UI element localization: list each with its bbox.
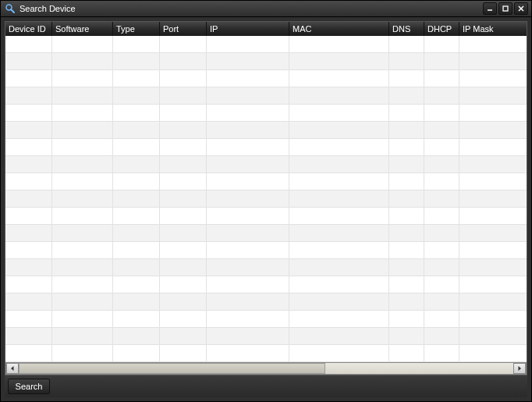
table-cell [160,293,207,311]
table-row[interactable] [5,173,527,190]
table-cell [5,70,52,87]
maximize-button[interactable] [498,2,512,15]
table-cell [5,208,52,225]
table-cell [424,311,459,328]
table-cell [289,156,389,173]
table-cell [5,156,52,173]
table-cell [52,311,113,328]
table-cell [52,276,113,293]
table-cell [459,156,527,173]
table-cell [5,53,52,70]
table-cell [160,225,207,242]
table-cell [207,190,289,208]
table-cell [207,259,289,276]
table-cell [389,53,424,70]
table-row[interactable] [5,70,527,87]
table-cell [160,53,207,70]
table-cell [459,173,527,190]
column-header-type[interactable]: Type [113,22,160,36]
table-cell [424,242,459,259]
table-cell [52,259,113,276]
column-header-dns[interactable]: DNS [389,22,424,36]
table-cell [52,225,113,242]
horizontal-scrollbar[interactable] [5,362,527,375]
table-cell [52,36,113,53]
table-row[interactable] [5,225,527,242]
table-cell [424,122,459,139]
table-row[interactable] [5,87,527,105]
table-cell [113,311,160,328]
table-cell [160,70,207,87]
table-row[interactable] [5,345,527,362]
table-cell [289,70,389,87]
table-cell [424,208,459,225]
table-row[interactable] [5,139,527,156]
table-cell [113,190,160,208]
scroll-right-button[interactable] [513,363,526,374]
table-row[interactable] [5,53,527,70]
table-cell [113,70,160,87]
column-header-ip-mask[interactable]: IP Mask [459,22,527,36]
column-header-device-id[interactable]: Device ID [5,22,52,36]
table-row[interactable] [5,36,527,53]
table-cell [389,208,424,225]
scroll-left-button[interactable] [6,363,19,374]
column-header-dhcp[interactable]: DHCP [424,22,459,36]
search-app-icon [4,2,16,15]
table-cell [424,139,459,156]
table-cell [389,242,424,259]
table-cell [389,345,424,362]
table-cell [424,36,459,53]
table-cell [459,36,527,53]
table-row[interactable] [5,156,527,173]
table-row[interactable] [5,293,527,311]
table-row[interactable] [5,105,527,122]
table-row[interactable] [5,276,527,293]
table-cell [113,139,160,156]
minimize-button[interactable] [483,2,497,15]
table-cell [5,259,52,276]
table-header-row: Device ID Software Type Port IP MAC DNS … [5,22,527,36]
svg-line-1 [11,9,14,12]
table-cell [207,156,289,173]
column-header-ip[interactable]: IP [207,22,289,36]
table-cell [52,105,113,122]
footer-bar: Search [5,375,527,397]
search-button[interactable]: Search [8,379,50,394]
table-cell [5,105,52,122]
table-cell [113,173,160,190]
table-row[interactable] [5,242,527,259]
column-header-mac[interactable]: MAC [289,22,389,36]
close-button[interactable] [514,2,528,15]
table-cell [113,36,160,53]
table-row[interactable] [5,190,527,208]
column-header-port[interactable]: Port [160,22,207,36]
table-row[interactable] [5,208,527,225]
table-cell [424,276,459,293]
table-cell [424,345,459,362]
table-cell [52,293,113,311]
table-cell [160,328,207,345]
table-cell [459,190,527,208]
table-cell [459,242,527,259]
table-cell [160,311,207,328]
table-row[interactable] [5,328,527,345]
table-cell [160,276,207,293]
table-cell [389,122,424,139]
scroll-track[interactable] [19,363,513,374]
table-cell [389,311,424,328]
table-cell [459,328,527,345]
column-header-software[interactable]: Software [52,22,113,36]
table-cell [207,293,289,311]
table-cell [424,156,459,173]
table-cell [5,225,52,242]
table-row[interactable] [5,259,527,276]
search-button-label: Search [16,382,43,391]
table-cell [289,345,389,362]
titlebar[interactable]: Search Device [1,1,531,17]
table-cell [289,311,389,328]
table-cell [424,70,459,87]
scroll-thumb[interactable] [19,363,325,374]
table-row[interactable] [5,311,527,328]
table-row[interactable] [5,122,527,139]
